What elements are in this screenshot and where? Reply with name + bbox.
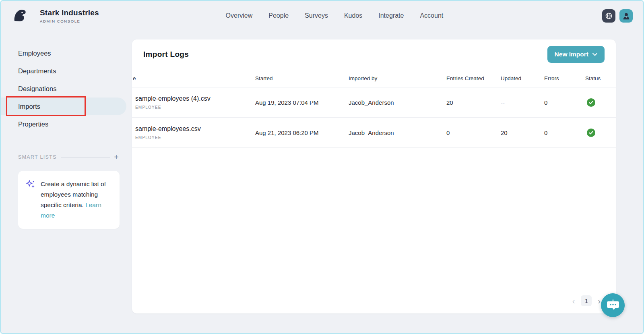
updated-cell: 20	[500, 129, 543, 136]
console-subtitle: ADMIN CONSOLE	[40, 19, 99, 23]
nav-item-overview[interactable]: Overview	[226, 12, 253, 19]
panel-header: Import Logs New Import	[132, 39, 616, 69]
imported-by-cell: Jacob_Anderson	[348, 99, 446, 106]
avatar-icon	[622, 11, 631, 20]
table-header-row: e Started Imported by Entries Created Up…	[132, 69, 616, 87]
smart-list-promo-text: Create a dynamic list of employees match…	[41, 179, 112, 221]
nav-item-account[interactable]: Account	[420, 12, 443, 19]
smart-lists-header: SMART LISTS +	[18, 153, 119, 161]
nav-item-integrate[interactable]: Integrate	[378, 12, 404, 19]
new-import-label: New Import	[555, 51, 588, 58]
table-row[interactable]: sample-employees (4).csv EMPLOYEE Aug 19…	[132, 87, 616, 118]
pagination: ‹ 1 ›	[572, 295, 601, 306]
brand-text: Stark Industries ADMIN CONSOLE	[40, 8, 99, 23]
file-name: sample-employees (4).csv	[135, 95, 254, 102]
new-import-button[interactable]: New Import	[547, 46, 605, 63]
col-header-entries-created: Entries Created	[446, 75, 500, 81]
pagination-next-icon[interactable]: ›	[598, 297, 601, 305]
status-success-icon	[587, 129, 595, 137]
top-header: Stark Industries ADMIN CONSOLE Overview …	[1, 1, 643, 31]
import-logs-panel: Import Logs New Import e Started Importe…	[132, 39, 616, 313]
updated-cell: --	[500, 99, 543, 106]
nav-item-kudos[interactable]: Kudos	[344, 12, 362, 19]
sidebar-item-properties[interactable]: Properties	[1, 115, 126, 133]
col-header-updated: Updated	[500, 75, 543, 81]
smart-lists-label: SMART LISTS	[18, 154, 57, 160]
sidebar-item-departments[interactable]: Departments	[1, 62, 126, 80]
nav-item-surveys[interactable]: Surveys	[305, 12, 328, 19]
sidebar-item-label: Designations	[18, 85, 56, 93]
chat-widget-button[interactable]	[601, 293, 625, 317]
col-header-file: e	[132, 75, 254, 81]
sidebar-item-designations[interactable]: Designations	[1, 80, 126, 98]
admin-console-page: Stark Industries ADMIN CONSOLE Overview …	[0, 0, 644, 334]
entries-created-cell: 20	[446, 99, 500, 106]
import-type-badge: EMPLOYEE	[135, 135, 254, 140]
company-logo-icon	[11, 7, 28, 24]
imported-by-cell: Jacob_Anderson	[348, 129, 446, 136]
col-header-imported-by: Imported by	[348, 75, 446, 81]
globe-icon	[605, 12, 613, 20]
status-success-icon	[587, 98, 595, 107]
col-header-started: Started	[254, 75, 348, 81]
page-title: Import Logs	[143, 50, 189, 59]
errors-cell: 0	[543, 129, 584, 136]
chevron-down-icon	[592, 53, 597, 56]
sidebar-item-label: Employees	[18, 50, 51, 57]
sidebar-item-imports[interactable]: Imports	[1, 98, 126, 115]
status-cell	[584, 129, 616, 137]
company-name: Stark Industries	[40, 8, 99, 17]
entries-created-cell: 0	[446, 129, 500, 136]
top-actions	[602, 9, 633, 23]
file-cell: sample-employees (4).csv EMPLOYEE	[132, 95, 254, 110]
brand-divider	[34, 8, 34, 24]
file-cell: sample-employees.csv EMPLOYEE	[132, 125, 254, 140]
table-row[interactable]: sample-employees.csv EMPLOYEE Aug 21, 20…	[132, 118, 616, 148]
sidebar-item-label: Departments	[18, 67, 56, 75]
sidebar: Employees Departments Designations Impor…	[1, 44, 126, 133]
started-cell: Aug 19, 2023 07:04 PM	[254, 99, 348, 106]
brand: Stark Industries ADMIN CONSOLE	[11, 7, 99, 24]
sidebar-item-employees[interactable]: Employees	[1, 44, 126, 62]
status-cell	[584, 98, 616, 107]
sparkle-icon	[25, 180, 36, 221]
pagination-page-1[interactable]: 1	[581, 295, 592, 306]
pagination-prev-icon[interactable]: ‹	[572, 297, 575, 305]
sidebar-item-label: Imports	[18, 103, 40, 110]
sidebar-item-label: Properties	[18, 120, 48, 128]
started-cell: Aug 21, 2023 06:20 PM	[254, 129, 348, 136]
user-avatar-button[interactable]	[619, 9, 633, 23]
chat-bubble-icon	[607, 299, 619, 311]
smart-list-promo-card: Create a dynamic list of employees match…	[18, 171, 120, 229]
file-name: sample-employees.csv	[135, 125, 254, 133]
col-header-status: Status	[584, 75, 616, 81]
errors-cell: 0	[543, 99, 584, 106]
import-type-badge: EMPLOYEE	[135, 105, 254, 110]
language-globe-button[interactable]	[602, 9, 615, 23]
nav-item-people[interactable]: People	[268, 12, 289, 19]
col-header-errors: Errors	[543, 75, 584, 81]
add-smart-list-button[interactable]: +	[114, 153, 119, 161]
top-navigation: Overview People Surveys Kudos Integrate …	[226, 12, 444, 19]
smart-lists-divider	[61, 157, 110, 158]
